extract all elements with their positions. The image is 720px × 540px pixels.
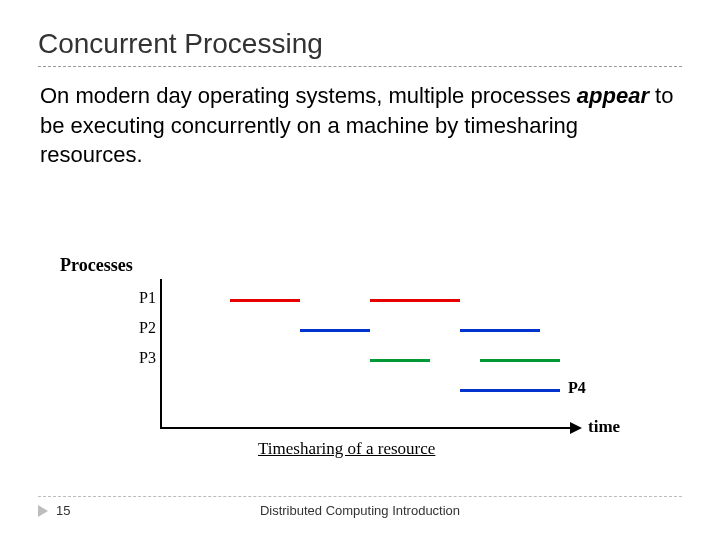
y-axis <box>160 279 162 429</box>
plot-area: P1P2P3P4 <box>100 279 580 429</box>
timeline-segment <box>230 299 300 302</box>
body-pre: On modern day operating systems, multipl… <box>40 83 577 108</box>
timeline-segment <box>370 299 460 302</box>
process-label: P4 <box>568 379 628 397</box>
x-axis-label: time <box>588 417 620 437</box>
process-label: P2 <box>96 319 156 337</box>
footer-row: 15 Distributed Computing Introduction <box>38 503 682 518</box>
y-axis-label: Processes <box>60 255 133 276</box>
play-icon <box>38 505 48 517</box>
x-axis <box>160 427 580 429</box>
diagram-caption: Timesharing of a resource <box>258 439 435 459</box>
slide: Concurrent Processing On modern day oper… <box>0 0 720 540</box>
timeline-segment <box>480 359 560 362</box>
timeline-segment <box>300 329 370 332</box>
timesharing-diagram: Processes P1P2P3P4 time Timesharing of a… <box>60 255 620 465</box>
body-paragraph: On modern day operating systems, multipl… <box>38 81 678 170</box>
page-number: 15 <box>56 503 96 518</box>
title-divider <box>38 66 682 67</box>
process-label: P3 <box>96 349 156 367</box>
body-emphasis: appear <box>577 83 649 108</box>
timeline-segment <box>460 329 540 332</box>
slide-footer: 15 Distributed Computing Introduction <box>38 496 682 518</box>
slide-title: Concurrent Processing <box>38 28 682 60</box>
footer-title: Distributed Computing Introduction <box>96 503 682 518</box>
process-label: P1 <box>96 289 156 307</box>
footer-divider <box>38 496 682 497</box>
timeline-segment <box>370 359 430 362</box>
timeline-segment <box>460 389 560 392</box>
